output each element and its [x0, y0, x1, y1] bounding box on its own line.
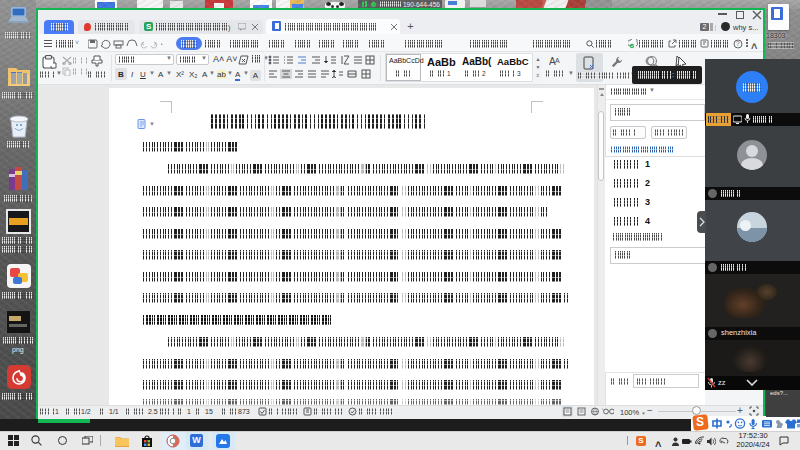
svg-text:?: ? — [736, 40, 740, 47]
svg-text:A: A — [555, 57, 560, 64]
